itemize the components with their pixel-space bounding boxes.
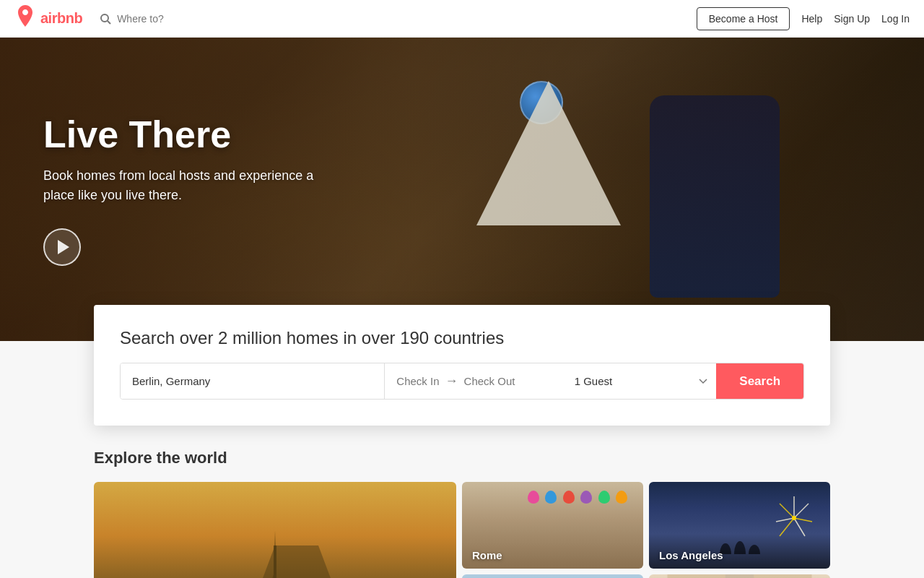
airbnb-logo-icon — [14, 5, 36, 32]
checkin-field[interactable]: Check In → Check Out — [385, 363, 562, 399]
navbar-search-text: Where to? — [117, 13, 164, 25]
hero-background: Live There Book homes from local hosts a… — [0, 38, 924, 341]
fireworks-icon — [772, 489, 816, 547]
hero-subtitle: Book homes from local hosts and experien… — [43, 166, 318, 205]
balloon-2 — [545, 491, 557, 504]
svg-line-1 — [108, 21, 110, 24]
arrow-icon: → — [445, 374, 458, 389]
search-panel-title: Search over 2 million homes in over 190 … — [120, 328, 804, 348]
city-card-4[interactable] — [462, 574, 643, 578]
hero-title: Live There — [43, 113, 318, 156]
airbnb-logo[interactable]: airbnb — [14, 5, 82, 32]
city-card-rome[interactable]: Rome — [462, 482, 643, 569]
city-card-5[interactable] — [649, 574, 830, 578]
svg-point-17 — [749, 545, 760, 554]
balloon-5 — [598, 491, 610, 504]
checkin-label: Check In — [396, 375, 439, 387]
play-button[interactable] — [43, 228, 81, 266]
tent-decoration — [476, 81, 621, 240]
eiffel-tower-icon — [253, 531, 297, 578]
la-label: Los Angeles — [659, 549, 723, 561]
airbnb-logo-text: airbnb — [40, 10, 82, 27]
balloons-decoration — [526, 489, 629, 508]
svg-line-9 — [794, 518, 812, 522]
signup-link[interactable]: Sign Up — [834, 13, 870, 25]
svg-rect-22 — [725, 574, 754, 578]
city5-street — [649, 574, 830, 578]
balloon-6 — [616, 491, 627, 504]
hero-section: Live There Book homes from local hosts a… — [0, 38, 924, 341]
search-button[interactable]: Search — [716, 363, 803, 399]
svg-line-10 — [794, 518, 805, 536]
svg-point-14 — [792, 516, 796, 520]
login-link[interactable]: Log In — [881, 13, 910, 25]
person-decoration — [650, 95, 780, 298]
guests-select[interactable]: 1 Guest 2 Guests 3 Guests 4 Guests 5+ Gu… — [563, 363, 717, 399]
explore-section: Explore the world Paris — [0, 426, 924, 578]
svg-marker-3 — [261, 574, 289, 578]
location-input[interactable] — [121, 363, 385, 399]
svg-line-13 — [780, 504, 794, 518]
svg-point-16 — [734, 541, 746, 554]
balloon-1 — [528, 491, 539, 504]
help-link[interactable]: Help — [801, 13, 822, 25]
city-card-la[interactable]: Los Angeles — [649, 482, 830, 569]
balloon-3 — [563, 491, 575, 504]
svg-marker-2 — [274, 531, 276, 574]
explore-title: Explore the world — [94, 449, 830, 467]
city-card-paris[interactable]: Paris — [94, 482, 456, 578]
search-fields-container: Check In → Check Out 1 Guest 2 Guests 3 … — [120, 363, 804, 400]
checkout-label: Check Out — [464, 375, 515, 387]
svg-rect-24 — [754, 574, 812, 578]
balloon-4 — [580, 491, 592, 504]
svg-line-8 — [794, 504, 808, 518]
city-grid: Paris Rome — [94, 482, 830, 578]
become-host-button[interactable]: Become a Host — [697, 7, 790, 30]
navbar: airbnb Where to? Become a Host Help Sign… — [0, 0, 924, 38]
search-panel: Search over 2 million homes in over 190 … — [94, 305, 830, 426]
svg-point-0 — [101, 14, 108, 22]
navbar-actions: Become a Host Help Sign Up Log In — [697, 7, 910, 30]
hero-content: Live There Book homes from local hosts a… — [0, 84, 361, 295]
svg-rect-23 — [668, 574, 725, 578]
navbar-search[interactable]: Where to? — [100, 13, 164, 25]
search-icon — [100, 13, 111, 25]
rome-label: Rome — [472, 549, 502, 561]
